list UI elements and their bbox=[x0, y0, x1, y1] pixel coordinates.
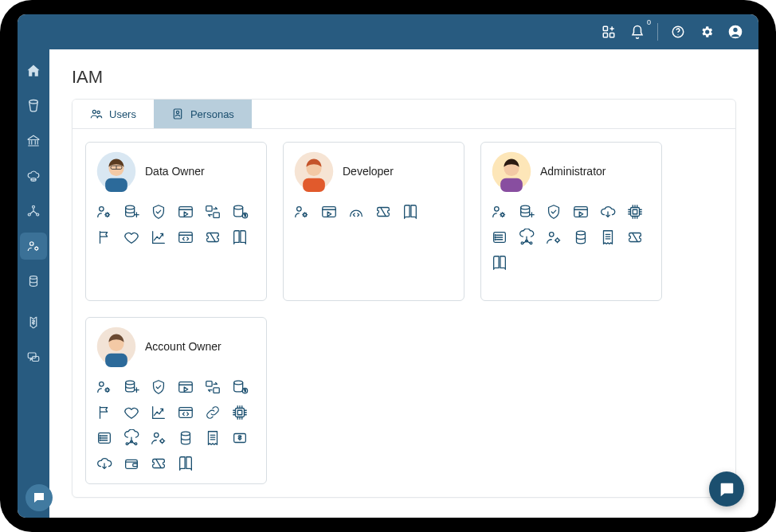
chip-icon[interactable] bbox=[231, 404, 249, 421]
sidebar-item-cloud-db[interactable] bbox=[20, 162, 47, 190]
db-plus-icon[interactable] bbox=[123, 203, 140, 221]
flag-icon[interactable] bbox=[96, 404, 113, 421]
device-frame: 0 bbox=[0, 0, 776, 532]
book-icon[interactable] bbox=[177, 455, 194, 472]
svg-point-31 bbox=[234, 205, 243, 209]
list-icon[interactable] bbox=[491, 229, 508, 246]
db-icon[interactable] bbox=[572, 229, 590, 246]
help-icon[interactable] bbox=[666, 20, 690, 44]
svg-point-14 bbox=[30, 276, 37, 280]
user-cog-icon[interactable] bbox=[545, 229, 562, 246]
sidebar-item-chat[interactable] bbox=[20, 344, 47, 371]
cloud-down-icon[interactable] bbox=[599, 203, 617, 221]
persona-avatar bbox=[293, 151, 335, 192]
user-gear-icon[interactable] bbox=[96, 203, 113, 221]
gear-icon[interactable] bbox=[695, 20, 719, 44]
ticket-icon[interactable] bbox=[626, 229, 644, 246]
badge-icon bbox=[171, 108, 184, 120]
code-window-icon[interactable] bbox=[177, 404, 194, 421]
money-box-icon[interactable] bbox=[231, 429, 249, 447]
list-icon[interactable] bbox=[96, 429, 113, 447]
sidebar-item-iam[interactable] bbox=[20, 233, 47, 260]
persona-card[interactable]: Account Owner bbox=[85, 317, 267, 484]
notifications-count: 0 bbox=[647, 18, 651, 26]
db-money-icon[interactable] bbox=[231, 378, 249, 396]
svg-rect-70 bbox=[179, 408, 193, 418]
tab-users[interactable]: Users bbox=[73, 100, 154, 128]
persona-card[interactable]: Developer bbox=[283, 142, 464, 301]
play-window-icon[interactable] bbox=[320, 203, 338, 221]
code-arch-icon[interactable] bbox=[347, 203, 365, 221]
ticket-icon[interactable] bbox=[204, 229, 221, 246]
transfer-icon[interactable] bbox=[204, 378, 221, 396]
heart-icon[interactable] bbox=[123, 404, 140, 421]
svg-rect-48 bbox=[633, 209, 637, 214]
book-icon[interactable] bbox=[491, 254, 508, 272]
tab-personas[interactable]: Personas bbox=[154, 100, 252, 128]
svg-point-12 bbox=[30, 242, 34, 246]
wallet-icon[interactable] bbox=[123, 455, 140, 472]
heart-icon[interactable] bbox=[123, 229, 140, 246]
chart-up-icon[interactable] bbox=[150, 404, 167, 421]
svg-rect-85 bbox=[133, 464, 138, 467]
sidebar-item-home[interactable] bbox=[20, 57, 47, 84]
cloud-down-icon[interactable] bbox=[96, 455, 113, 472]
db-money-icon[interactable] bbox=[231, 203, 249, 221]
shield-icon[interactable] bbox=[150, 203, 167, 221]
persona-card[interactable]: Administrator bbox=[480, 142, 662, 301]
shield-icon[interactable] bbox=[545, 203, 562, 221]
user-gear-icon[interactable] bbox=[491, 203, 508, 221]
chat-fab[interactable] bbox=[25, 484, 53, 511]
transfer-icon[interactable] bbox=[204, 203, 221, 221]
db-plus-icon[interactable] bbox=[518, 203, 535, 221]
chip-icon[interactable] bbox=[626, 203, 644, 221]
play-window-icon[interactable] bbox=[177, 378, 194, 396]
svg-point-27 bbox=[126, 205, 135, 209]
play-window-icon[interactable] bbox=[177, 203, 194, 221]
sidebar-item-db[interactable] bbox=[20, 268, 47, 295]
notifications-icon[interactable]: 0 bbox=[625, 20, 649, 44]
flag-icon[interactable] bbox=[96, 229, 113, 246]
sidebar-item-bucket[interactable] bbox=[20, 92, 47, 119]
svg-point-56 bbox=[550, 233, 555, 237]
svg-rect-60 bbox=[105, 354, 127, 367]
user-cog-icon[interactable] bbox=[150, 429, 167, 447]
db-icon[interactable] bbox=[177, 429, 194, 447]
svg-point-7 bbox=[29, 100, 38, 104]
intercom-launcher[interactable] bbox=[709, 471, 744, 507]
db-plus-icon[interactable] bbox=[123, 378, 140, 396]
svg-point-74 bbox=[100, 436, 100, 436]
iam-panel: Users Personas Data Owner Developer bbox=[72, 99, 736, 498]
cloud-net-icon[interactable] bbox=[518, 229, 535, 246]
account-icon[interactable] bbox=[723, 20, 747, 44]
svg-rect-35 bbox=[303, 178, 325, 192]
svg-rect-71 bbox=[236, 409, 245, 417]
ticket-icon[interactable] bbox=[150, 455, 167, 472]
svg-rect-41 bbox=[500, 178, 523, 192]
svg-point-58 bbox=[577, 231, 586, 235]
link-icon[interactable] bbox=[204, 404, 221, 421]
sidebar-item-billing[interactable] bbox=[20, 309, 47, 336]
book-icon[interactable] bbox=[402, 203, 419, 221]
persona-card-header: Administrator bbox=[491, 151, 652, 192]
svg-point-75 bbox=[100, 437, 100, 438]
sidebar-item-bank[interactable] bbox=[20, 127, 47, 155]
shield-icon[interactable] bbox=[150, 378, 167, 396]
persona-card[interactable]: Data Owner bbox=[85, 142, 267, 301]
svg-point-82 bbox=[182, 432, 190, 436]
user-gear-icon[interactable] bbox=[96, 378, 113, 396]
receipt-icon[interactable] bbox=[204, 429, 221, 447]
code-window-icon[interactable] bbox=[177, 229, 194, 246]
svg-rect-67 bbox=[214, 388, 219, 393]
ticket-icon[interactable] bbox=[374, 203, 392, 221]
cloud-net-icon[interactable] bbox=[123, 429, 140, 447]
apps-icon[interactable] bbox=[597, 20, 621, 44]
chart-up-icon[interactable] bbox=[150, 229, 167, 246]
sidebar-item-network[interactable] bbox=[20, 198, 47, 225]
play-window-icon[interactable] bbox=[572, 203, 590, 221]
persona-name: Administrator bbox=[540, 165, 606, 178]
book-icon[interactable] bbox=[231, 229, 249, 246]
user-gear-icon[interactable] bbox=[293, 203, 311, 221]
receipt-icon[interactable] bbox=[599, 229, 617, 246]
persona-avatar bbox=[491, 151, 532, 192]
